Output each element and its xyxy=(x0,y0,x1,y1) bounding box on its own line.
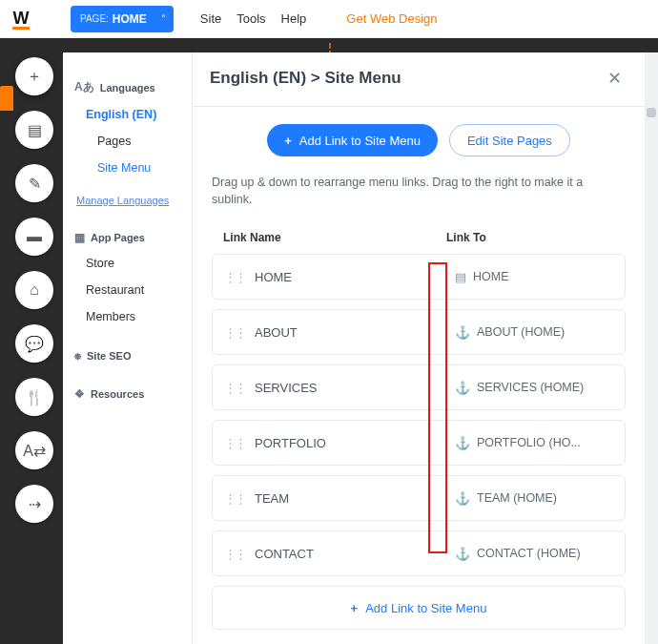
anchor-icon: ⚓ xyxy=(455,547,470,561)
add-link-button-label: Add Link to Site Menu xyxy=(299,134,421,148)
table-header: Link Name Link To xyxy=(212,225,626,254)
row-link-to: ⚓ABOUT (HOME) xyxy=(455,325,565,340)
scrollbar-thumb[interactable] xyxy=(647,108,656,117)
sidebar-app-restaurant[interactable]: Restaurant xyxy=(74,277,180,303)
sidebar-heading-languages: Aあ Languages xyxy=(74,79,180,95)
add-link-button[interactable]: + Add Link to Site Menu xyxy=(267,124,438,156)
sidebar-heading-resources[interactable]: ❖ Resources xyxy=(74,387,180,401)
left-edge-tabs xyxy=(0,86,13,99)
left-rail: ＋ ▤ ✎ ▬ ⌂ 💬 🍴 A⇄ ⇢ xyxy=(15,57,57,523)
anchor-icon: ⚓ xyxy=(455,436,470,450)
top-bar: W PAGE: HOME ˄ Site Tools Help Get Web D… xyxy=(0,0,658,38)
row-link-to-label: HOME xyxy=(473,270,509,283)
menu-rows-container: ⋮⋮HOME▤HOME⋮⋮ABOUT⚓ABOUT (HOME)⋮⋮SERVICE… xyxy=(212,254,626,576)
row-link-to: ▤HOME xyxy=(455,270,509,284)
sidebar-heading-resources-label: Resources xyxy=(91,388,144,400)
chat-icon: 💬 xyxy=(25,335,44,353)
page-icon: ▤ xyxy=(455,270,466,284)
utensils-icon: 🍴 xyxy=(25,388,44,406)
sidebar-app-members[interactable]: Members xyxy=(74,303,180,330)
row-link-to: ⚓TEAM (HOME) xyxy=(455,491,557,506)
sidebar-pages-link[interactable]: Pages xyxy=(74,128,180,155)
drag-handle-icon[interactable]: ⋮⋮ xyxy=(224,547,245,561)
left-tab-handle[interactable] xyxy=(0,86,13,111)
row-link-to: ⚓CONTACT (HOME) xyxy=(455,547,581,561)
row-link-name: SERVICES xyxy=(255,381,455,395)
drag-handle-icon[interactable]: ⋮⋮ xyxy=(224,436,245,450)
top-menu: Site Tools Help xyxy=(200,11,307,26)
anchor-icon: ⚓ xyxy=(455,491,470,506)
row-link-to: ⚓SERVICES (HOME) xyxy=(455,381,584,395)
menu-row[interactable]: ⋮⋮CONTACT⚓CONTACT (HOME) xyxy=(212,530,626,576)
row-link-name: PORTFOLIO xyxy=(255,436,455,450)
drag-handle-icon[interactable]: ⋮⋮ xyxy=(224,381,245,395)
edit-site-pages-button[interactable]: Edit Site Pages xyxy=(449,124,570,156)
design-icon: ✎ xyxy=(29,175,41,193)
close-icon[interactable]: ✕ xyxy=(602,66,627,91)
rail-media-button[interactable]: ▬ xyxy=(15,218,53,256)
row-link-to-label: SERVICES (HOME) xyxy=(477,381,584,394)
page-selector[interactable]: PAGE: HOME ˄ xyxy=(71,6,174,32)
menu-row[interactable]: ⋮⋮ABOUT⚓ABOUT (HOME) xyxy=(212,309,626,355)
panel-title: English (EN) > Site Menu xyxy=(210,69,401,88)
sidebar-heading-seo-label: Site SEO xyxy=(87,350,131,362)
page-selector-value: HOME xyxy=(113,12,147,26)
plus-icon: + xyxy=(284,134,292,148)
panel-hint: Drag up & down to rearrange menu links. … xyxy=(212,174,626,208)
sidebar-heading-languages-label: Languages xyxy=(100,82,155,93)
get-web-design-link[interactable]: Get Web Design xyxy=(346,11,437,26)
chevron-up-icon: ˄ xyxy=(161,13,166,24)
menu-row[interactable]: ⋮⋮HOME▤HOME xyxy=(212,254,626,300)
storefront-icon: ⌂ xyxy=(30,281,39,299)
rail-restaurant-button[interactable]: 🍴 xyxy=(15,378,53,416)
app-logo: W xyxy=(0,0,42,38)
rail-store-button[interactable]: ⌂ xyxy=(15,271,53,309)
sidebar-current-language[interactable]: English (EN) xyxy=(74,101,180,128)
row-link-name: CONTACT xyxy=(255,547,455,561)
drag-handle-icon[interactable]: ⋮⋮ xyxy=(224,270,245,284)
sidebar-app-store[interactable]: Store xyxy=(74,250,180,277)
drag-handle-icon[interactable]: ⋮⋮ xyxy=(224,491,245,506)
row-link-to-label: TEAM (HOME) xyxy=(477,491,557,505)
row-link-name: TEAM xyxy=(255,491,455,506)
layout-icon: ▤ xyxy=(28,121,42,139)
translate-icon: A⇄ xyxy=(23,442,46,460)
row-link-to: ⚓PORTFOLIO (HO... xyxy=(455,436,581,450)
menu-tools[interactable]: Tools xyxy=(236,11,265,26)
sidebar-heading-app-pages: ▦ App Pages xyxy=(74,231,180,244)
plus-icon: + xyxy=(351,601,359,615)
rail-chat-button[interactable]: 💬 xyxy=(15,324,53,363)
panel-scrollbar[interactable] xyxy=(645,52,658,644)
sidebar-site-menu-link[interactable]: Site Menu xyxy=(74,155,180,181)
menu-row[interactable]: ⋮⋮TEAM⚓TEAM (HOME) xyxy=(212,475,626,521)
row-link-to-label: PORTFOLIO (HO... xyxy=(477,436,581,449)
rail-translate-button[interactable]: A⇄ xyxy=(15,431,53,469)
rail-routes-button[interactable]: ⇢ xyxy=(15,485,53,523)
sidebar-heading-app-pages-label: App Pages xyxy=(91,232,145,243)
add-link-row[interactable]: + Add Link to Site Menu xyxy=(212,586,626,630)
sidebar-heading-seo[interactable]: ⎈ Site SEO xyxy=(74,349,180,363)
anchor-icon: ⚓ xyxy=(455,381,470,395)
globe-icon: Aあ xyxy=(74,79,94,95)
edit-site-pages-label: Edit Site Pages xyxy=(467,134,552,148)
menu-row[interactable]: ⋮⋮PORTFOLIO⚓PORTFOLIO (HO... xyxy=(212,420,626,466)
apps-icon: ▦ xyxy=(74,231,85,244)
menu-site[interactable]: Site xyxy=(200,11,221,26)
route-icon: ⇢ xyxy=(29,495,41,513)
rail-layout-button[interactable]: ▤ xyxy=(15,111,53,149)
panel-header: English (EN) > Site Menu ✕ xyxy=(193,52,645,107)
add-link-row-label: Add Link to Site Menu xyxy=(365,601,486,615)
plus-icon: ＋ xyxy=(27,67,42,87)
manage-languages-link[interactable]: Manage Languages xyxy=(76,195,180,206)
col-link-name: Link Name xyxy=(223,231,446,244)
menu-help[interactable]: Help xyxy=(281,11,307,26)
row-link-to-label: CONTACT (HOME) xyxy=(477,547,581,560)
resources-icon: ❖ xyxy=(74,387,85,401)
seo-icon: ⎈ xyxy=(74,349,81,363)
drag-handle-icon[interactable]: ⋮⋮ xyxy=(224,325,245,340)
rail-design-button[interactable]: ✎ xyxy=(15,164,53,202)
rail-add-button[interactable]: ＋ xyxy=(15,57,53,95)
pages-sidebar: Aあ Languages English (EN) Pages Site Men… xyxy=(63,52,193,644)
site-menu-panel: English (EN) > Site Menu ✕ + Add Link to… xyxy=(193,52,645,644)
menu-row[interactable]: ⋮⋮SERVICES⚓SERVICES (HOME) xyxy=(212,364,626,410)
